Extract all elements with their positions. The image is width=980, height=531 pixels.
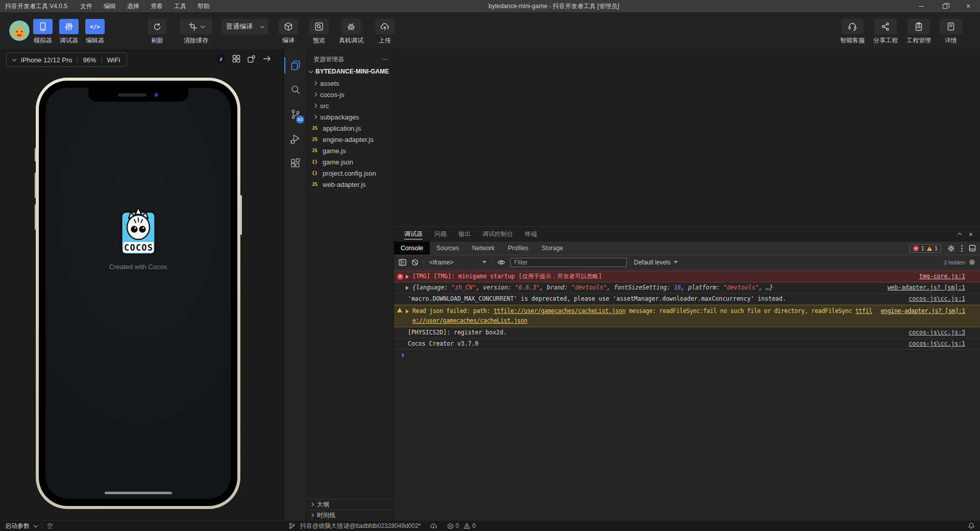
timeline-section[interactable]: 时间线 — [306, 510, 394, 520]
folder-src[interactable]: src — [306, 100, 394, 111]
remote-debug-button[interactable]: 真机调试 — [339, 19, 363, 45]
share-project-button[interactable]: 分享工程 — [873, 19, 898, 45]
expand-triangle-icon[interactable] — [406, 286, 409, 290]
screenshot-icon[interactable] — [247, 55, 256, 63]
file-game-js[interactable]: JSgame.js — [306, 145, 394, 156]
compile-mode-dropdown[interactable]: 普通编译 — [222, 19, 268, 34]
devtools-tab-profiles[interactable]: Profiles — [501, 242, 535, 255]
tab-problems[interactable]: 问题 — [434, 227, 447, 242]
problems-warnings[interactable]: 0 — [463, 522, 476, 529]
filter-gear-icon[interactable] — [969, 259, 975, 266]
clear-console-icon[interactable] — [411, 259, 419, 266]
devtools-tab-storage[interactable]: Storage — [535, 242, 570, 255]
activity-run-debug[interactable] — [284, 129, 306, 149]
close-button[interactable]: × — [957, 0, 980, 12]
source-link[interactable]: web-adapter.js? [sm]:1 — [888, 282, 965, 293]
activity-source-control[interactable]: 93 — [284, 104, 306, 125]
more-options-icon[interactable] — [961, 245, 963, 252]
js-file-icon: JS — [310, 126, 319, 131]
console-error-row: × [TMG] [TMG]: minigame startup [仅用于提示，开… — [394, 271, 980, 282]
douyin-app-icon[interactable]: ♪ — [216, 54, 226, 63]
console-filter-input[interactable] — [510, 258, 627, 267]
chevron-down-icon[interactable] — [34, 523, 38, 527]
console-sidebar-toggle-icon[interactable] — [399, 259, 406, 266]
devtools-tab-sources[interactable]: Sources — [430, 242, 465, 255]
restore-button[interactable] — [933, 0, 957, 12]
expand-triangle-icon[interactable] — [406, 309, 409, 313]
source-link[interactable]: cocos-js\cc.js:1 — [909, 339, 965, 349]
file-link[interactable]: ttfil — [855, 307, 872, 315]
restore-icon — [943, 4, 947, 9]
preview-button[interactable]: 预览 — [309, 19, 329, 45]
expand-triangle-icon[interactable] — [406, 275, 409, 279]
source-link[interactable]: engine-adapter.js? [sm]:1 — [880, 306, 965, 316]
devtools-tab-console[interactable]: Console — [394, 242, 430, 255]
grid-icon[interactable] — [232, 55, 240, 63]
outline-section[interactable]: 大纲 — [306, 499, 394, 510]
explorer-panel: 资源管理器 ⋯ BYTEDANCE-MINI-GAME assets cocos… — [306, 49, 394, 520]
notifications-bell-icon[interactable] — [968, 522, 975, 529]
issues-counter[interactable]: × 1 1 — [910, 244, 941, 253]
menu-tools[interactable]: 工具 — [168, 0, 192, 12]
log-levels-dropdown[interactable]: Default levels — [634, 259, 678, 266]
execution-context-selector[interactable]: <iframe> — [429, 259, 486, 266]
panel-close-icon[interactable]: × — [969, 230, 973, 238]
details-button[interactable]: 详情 — [940, 19, 962, 45]
file-link[interactable]: e://user/gamecaches/cacheList.json — [412, 317, 527, 324]
arrow-right-icon[interactable] — [262, 54, 272, 63]
menu-edit[interactable]: 编辑 — [98, 0, 121, 12]
menu-help[interactable]: 帮助 — [192, 0, 215, 12]
refresh-button[interactable]: 刷新 — [148, 19, 167, 45]
file-game-json[interactable]: {}game.json — [306, 156, 394, 167]
device-selector[interactable]: iPhone 12/12 Pro 96% WiFi — [6, 53, 127, 67]
problems-errors[interactable]: 0 — [447, 522, 459, 529]
file-engine-adapter-js[interactable]: JSengine-adapter.js — [306, 134, 394, 145]
folder-cocos-js[interactable]: cocos-js — [306, 89, 394, 100]
activity-explorer[interactable] — [284, 55, 306, 76]
power-button — [240, 195, 242, 235]
user-avatar[interactable] — [9, 20, 30, 41]
live-expression-eye-icon[interactable] — [497, 259, 505, 266]
dropdown-triangle-icon — [674, 261, 678, 263]
minimize-button[interactable] — [910, 0, 933, 12]
debugger-toggle-button[interactable]: 调试器 — [59, 19, 79, 45]
upload-button[interactable]: 上传 — [375, 19, 395, 45]
more-actions-icon[interactable]: ⋯ — [382, 56, 388, 63]
simulator-toggle-button[interactable]: 模拟器 — [33, 19, 53, 45]
settings-gear-icon[interactable] — [947, 245, 955, 252]
dock-side-icon[interactable] — [969, 245, 976, 252]
clear-cache-button[interactable]: 清除缓存 — [180, 19, 212, 45]
compile-button[interactable]: 编译 — [279, 19, 298, 45]
tab-terminal[interactable]: 终端 — [525, 227, 537, 242]
menu-view[interactable]: 查看 — [145, 0, 168, 12]
tab-output[interactable]: 输出 — [458, 227, 471, 242]
panel-maximize-icon[interactable] — [958, 233, 962, 237]
account-branch-label[interactable]: 抖音@烧脑大猜谜@ttadbfdb02328049d002* — [300, 522, 421, 530]
file-web-adapter-js[interactable]: JSweb-adapter.js — [306, 179, 394, 190]
source-link[interactable]: cocos-js\cc.js:1 — [909, 294, 965, 304]
project-manage-button[interactable]: 工程管理 — [906, 19, 931, 45]
activity-search[interactable] — [284, 80, 306, 100]
folder-subpackages[interactable]: subpackages — [306, 111, 394, 123]
devtools-tab-network[interactable]: Network — [465, 242, 501, 255]
sync-cloud-icon[interactable] — [430, 522, 437, 529]
source-link[interactable]: tmg-core.js:1 — [919, 271, 965, 282]
console-prompt[interactable] — [394, 350, 980, 361]
activity-extensions[interactable] — [284, 153, 306, 174]
file-application-js[interactable]: JSapplication.js — [306, 123, 394, 134]
tab-debugger[interactable]: 调试器 — [404, 227, 423, 242]
phone-screen[interactable]: COCOS Created with Cocos — [45, 88, 231, 499]
source-link[interactable]: cocos-js\cc.js:3 — [909, 327, 965, 338]
file-link[interactable]: ttfile://user/gamecaches/cacheList.json — [494, 307, 625, 315]
error-count-icon: × — [913, 246, 919, 251]
project-root-row[interactable]: BYTEDANCE-MINI-GAME — [306, 65, 394, 78]
editor-toggle-button[interactable]: </> 编辑器 — [85, 19, 105, 45]
folder-assets[interactable]: assets — [306, 78, 394, 89]
menu-file[interactable]: 文件 — [75, 0, 98, 12]
launch-params-label[interactable]: 启动参数 — [5, 522, 30, 530]
file-project-config-json[interactable]: {}project.config.json — [306, 167, 394, 179]
tab-debug-console[interactable]: 调试控制台 — [482, 227, 513, 242]
chevron-down-icon — [200, 23, 204, 28]
menu-selection[interactable]: 选择 — [121, 0, 145, 12]
support-button[interactable]: 智能客服 — [840, 19, 865, 45]
